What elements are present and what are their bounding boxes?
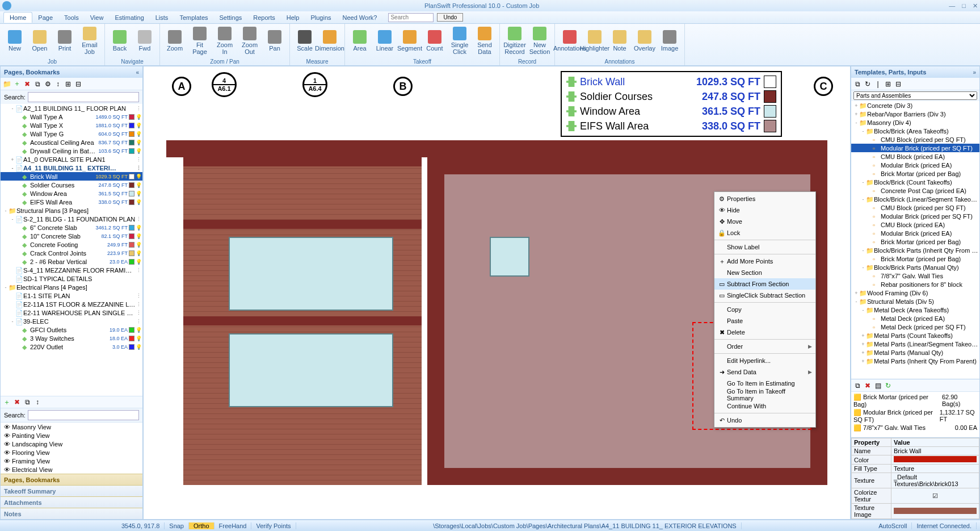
- tree-row[interactable]: -📁Block/Brick Parts (Manual Qty): [851, 263, 979, 271]
- part-list-row[interactable]: 🟨 Modular Brick (priced per SQ FT)1,132.…: [852, 408, 978, 424]
- context-menu[interactable]: ⚙Properties👁Hide✥Move🔒LockShow Label＋Add…: [714, 191, 816, 428]
- menu-tab-reports[interactable]: Reports: [247, 12, 281, 23]
- copy-icon[interactable]: ⧉: [33, 80, 41, 88]
- ribbon-new[interactable]: New: [2, 25, 27, 57]
- new-template-icon[interactable]: ⧉: [853, 80, 861, 88]
- tree-row[interactable]: 📄E2-11A 1ST FLOOR & MEZZANINE LEVEL OFFI…: [1, 300, 142, 308]
- tree-row[interactable]: ▫Brick Mortar (priced per Bag): [851, 169, 979, 178]
- menu-tab-page[interactable]: Page: [32, 12, 58, 23]
- menu-tab-estimating[interactable]: Estimating: [109, 12, 149, 23]
- tree-row[interactable]: ◆2 - #6 Rebar Vertical23.0 EA💡: [1, 257, 142, 266]
- tree-row[interactable]: -📄A2_11 BUILDING 11_ FLOOR PLAN⋮: [1, 104, 142, 112]
- part-list-row[interactable]: 🟨 7/8"x7" Galv. Wall Ties0.00 EA: [852, 424, 978, 432]
- tree-row[interactable]: +📁Concrete (Div 3): [851, 101, 979, 110]
- tree-row[interactable]: -📄S-2_11 BLDG - 11 FOUNDATION PLAN⋮: [1, 215, 142, 223]
- context-lock[interactable]: 🔒Lock: [714, 227, 815, 239]
- close-button[interactable]: ✕: [973, 2, 978, 10]
- view-row[interactable]: 👁Flooring View: [1, 448, 142, 457]
- part-new-icon[interactable]: ⧉: [853, 382, 861, 390]
- context-move[interactable]: ✥Move: [714, 216, 815, 227]
- expand-templates-icon[interactable]: ⊞: [884, 80, 892, 88]
- tree-row[interactable]: +📁Metal Parts (Linear/Segment Takeoffs): [851, 340, 979, 348]
- context-subtract-from-section[interactable]: ▭Subtract From Section: [714, 278, 815, 290]
- tree-row[interactable]: +📁Wood Framing (Div 6): [851, 289, 979, 297]
- context-singleclick-subtract-section[interactable]: ▭SingleClick Subtract Section: [714, 290, 815, 301]
- collapse-icon[interactable]: ⊟: [74, 80, 82, 88]
- prop-row[interactable]: Texture Image: [852, 504, 979, 519]
- tree-row[interactable]: -📁Block/Brick (Linear/Segment Takeoffs): [851, 195, 979, 203]
- context-go-to-item-in-takeoff-summary[interactable]: Go To Item in Takeoff Summary: [714, 389, 815, 400]
- tree-row[interactable]: -📁Masonry (Div 4): [851, 118, 979, 127]
- tree-row[interactable]: ▫Rebar positioners for 8" block: [851, 280, 979, 289]
- tree-row[interactable]: ▫Modular Brick (priced EA): [851, 161, 979, 169]
- ribbon-email-job[interactable]: EmailJob: [77, 25, 102, 57]
- prop-row[interactable]: Colorize Textur☑: [852, 488, 979, 504]
- tree-row[interactable]: 📄E2-11 WAREHOUSE PLAN SINGLE LINE DIAGR.…: [1, 308, 142, 317]
- tree-row[interactable]: ▫CMU Block (priced EA): [851, 220, 979, 229]
- menu-tab-needwork[interactable]: Need Work?: [337, 12, 383, 23]
- tree-row[interactable]: ◆Wall Type X1881.0 SQ FT💡: [1, 121, 142, 129]
- context-go-to-item-in-estimating[interactable]: Go To Item in Estimating: [714, 378, 815, 389]
- context-continue-with[interactable]: Continue With: [714, 400, 815, 412]
- view-row[interactable]: 👁Masonry View: [1, 423, 142, 431]
- collapse-left-icon[interactable]: «: [136, 69, 139, 76]
- accordion-notes[interactable]: Notes: [1, 508, 142, 519]
- context-new-section[interactable]: New Section: [714, 267, 815, 278]
- context-send-data[interactable]: ➜Send Data▶: [714, 366, 815, 378]
- new-folder-icon[interactable]: 📁: [3, 80, 11, 88]
- accordion-takeoff-summary[interactable]: Takeoff Summary: [1, 485, 142, 496]
- minimize-button[interactable]: —: [949, 2, 955, 10]
- pages-tree[interactable]: -📄A2_11 BUILDING 11_ FLOOR PLAN⋮◆Wall Ty…: [1, 104, 142, 396]
- tree-row[interactable]: -📄39-ELEC⋮: [1, 317, 142, 325]
- ribbon-back[interactable]: Back: [107, 25, 132, 57]
- part-list-row[interactable]: 🟨 Brick Mortar (priced per Bag)62.90 Bag…: [852, 393, 978, 408]
- tree-row[interactable]: -📄A4_11 BUILDING 11_ EXTERI…⋮: [1, 164, 142, 172]
- ribbon-open[interactable]: Open: [27, 25, 52, 57]
- ribbon-fit-page[interactable]: FitPage: [187, 25, 212, 57]
- tree-row[interactable]: -📁Structural Metals (Div 5): [851, 297, 979, 306]
- status-mode-ortho[interactable]: Ortho: [189, 522, 214, 529]
- tree-row[interactable]: ▫7/8"x7" Galv. Wall Ties: [851, 271, 979, 280]
- ribbon-zoom-in[interactable]: ZoomIn: [212, 25, 237, 57]
- tree-row[interactable]: ▫Modular Brick (priced per SQ FT): [851, 144, 979, 152]
- ribbon-zoom-out[interactable]: ZoomOut: [237, 25, 262, 57]
- tree-row[interactable]: +📁Metal Parts (Manual Qty): [851, 348, 979, 357]
- tree-row[interactable]: ▫CMU Block (priced EA): [851, 152, 979, 161]
- prop-row[interactable]: NameBrick Wall: [852, 447, 979, 455]
- ribbon-highlighter[interactable]: Highlighter: [582, 25, 607, 57]
- prop-row[interactable]: Texture_Default Textures\Brick\brick013: [852, 473, 979, 488]
- context-copy[interactable]: Copy: [714, 304, 815, 315]
- ribbon-single-click[interactable]: SingleClick: [447, 25, 472, 57]
- drawing-canvas[interactable]: A B C 4A6.1 1A6.4 Brick Wall1029.3 SQ FT…: [143, 66, 851, 520]
- ribbon-segment[interactable]: Segment: [397, 25, 422, 57]
- menu-tab-settings[interactable]: Settings: [214, 12, 248, 23]
- tree-row[interactable]: 📄E1-1 SITE PLAN⋮: [1, 291, 142, 300]
- ribbon-print[interactable]: Print: [52, 25, 77, 57]
- view-row[interactable]: 👁Framing View: [1, 457, 142, 465]
- context-show-label[interactable]: Show Label: [714, 241, 815, 253]
- ribbon-fwd[interactable]: Fwd: [132, 25, 157, 57]
- ribbon-image[interactable]: Image: [657, 25, 682, 57]
- menu-tab-tools[interactable]: Tools: [58, 12, 85, 23]
- tree-row[interactable]: +📁Metal Parts (Inherit Qty From Parent): [851, 357, 979, 365]
- accordion-attachments[interactable]: Attachments: [1, 496, 142, 508]
- tree-row[interactable]: ◆GFCI Outlets19.0 EA💡: [1, 325, 142, 334]
- menu-search-input[interactable]: [388, 13, 434, 22]
- tree-row[interactable]: ▫Modular Brick (priced EA): [851, 229, 979, 237]
- context-undo[interactable]: ↶Undo: [714, 415, 815, 426]
- delete-view-icon[interactable]: ✖: [13, 398, 21, 406]
- ribbon-digitizer-record[interactable]: DigitizerRecord: [502, 25, 527, 57]
- tree-row[interactable]: -📁Block/Brick (Area Takeoffs): [851, 127, 979, 135]
- tree-row[interactable]: ▫CMU Block (priced per SQ FT): [851, 203, 979, 212]
- tree-row[interactable]: ▫Brick Mortar (priced per Bag): [851, 237, 979, 246]
- views-tree[interactable]: 👁Masonry View👁Painting View👁Landscaping …: [1, 422, 142, 474]
- status-mode-verify points[interactable]: Verify Points: [251, 522, 296, 529]
- tree-row[interactable]: ▫Metal Deck (priced EA): [851, 314, 979, 323]
- tree-row[interactable]: +📁Metal Parts (Count Takeoffs): [851, 331, 979, 340]
- ribbon-note[interactable]: Note: [607, 25, 632, 57]
- ribbon-zoom[interactable]: Zoom: [162, 25, 187, 57]
- part-delete-icon[interactable]: ✖: [864, 382, 872, 390]
- status-mode-snap[interactable]: Snap: [165, 522, 189, 529]
- ribbon-send-data[interactable]: SendData: [472, 25, 497, 57]
- tree-row[interactable]: +📁Rebar/Vapor Barriers (Div 3): [851, 110, 979, 118]
